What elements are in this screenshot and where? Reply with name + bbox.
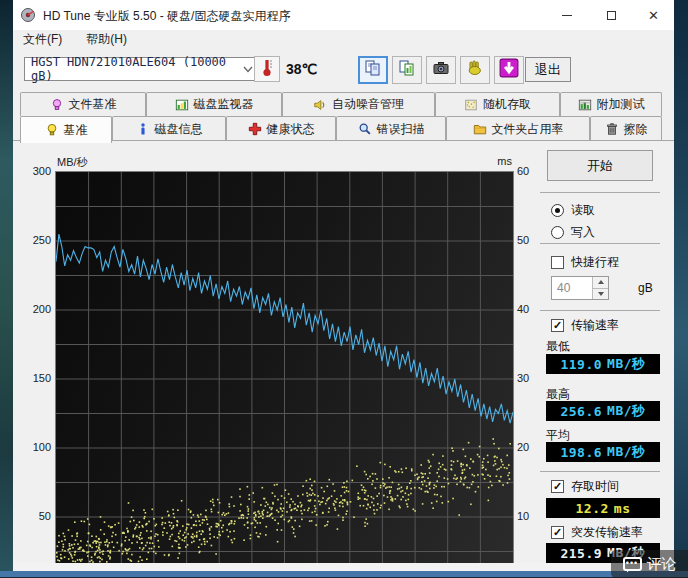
magnifier-icon [358, 122, 372, 136]
maximize-button[interactable] [589, 0, 633, 30]
divider [540, 192, 660, 193]
avg-value: 198.6 [560, 445, 602, 460]
menu-help[interactable]: 帮助(H) [83, 30, 130, 49]
tab-label: 基准 [64, 122, 88, 139]
bulb-purple-icon [50, 98, 64, 112]
tab-row-bottom: 基准 磁盘信息 健康状态 错误扫描 文件夹占用率 擦除 [20, 116, 662, 141]
download-arrow-icon [499, 58, 519, 82]
screenshot-button[interactable] [426, 56, 456, 84]
tab-folder-usage[interactable]: 文件夹占用率 [446, 116, 590, 141]
access-time-checkbox[interactable]: ✓ [551, 480, 564, 493]
radio-dot [555, 208, 560, 213]
burst-rate-checkbox[interactable]: ✓ [551, 526, 564, 539]
camera-icon [432, 59, 450, 81]
menu-file[interactable]: 文件(F) [20, 30, 65, 49]
tab-error-scan[interactable]: 错误扫描 [336, 116, 446, 141]
start-button[interactable]: 开始 [547, 150, 653, 181]
comment-overlay-button[interactable]: ••• 评论 [611, 550, 688, 578]
spin-down-button[interactable] [593, 288, 608, 300]
comment-label: 评论 [647, 555, 677, 574]
right-axis-title: ms [480, 155, 512, 167]
tab-label: 错误扫描 [377, 121, 425, 138]
access-time-readout: 12.2 ms [546, 498, 660, 518]
copy-results-button[interactable] [358, 56, 388, 84]
temperature-button[interactable] [254, 56, 280, 82]
tab-aam[interactable]: 自动噪音管理 [282, 92, 435, 116]
tab-label: 文件夹占用率 [492, 121, 564, 138]
tab-random-access[interactable]: 随机存取 [435, 92, 560, 116]
temperature-value: 38℃ [286, 61, 317, 77]
red-cross-icon [248, 122, 262, 136]
tab-label: 文件基准 [69, 96, 117, 113]
short-stroke-spinner [551, 276, 609, 300]
left-tick: 150 [15, 371, 51, 385]
access-time-unit: ms [614, 501, 631, 516]
spin-up-button[interactable] [593, 277, 608, 288]
min-label: 最低 [546, 338, 570, 355]
menubar: 文件(F) 帮助(H) [13, 30, 674, 48]
tab-file-benchmark[interactable]: 文件基准 [20, 92, 146, 116]
left-tick: 50 [15, 509, 51, 523]
tab-health[interactable]: 健康状态 [226, 116, 336, 141]
bulb-yellow-icon [45, 123, 59, 137]
right-tick: 40 [517, 302, 547, 316]
left-tick: 100 [15, 440, 51, 454]
max-readout: 256.6 MB/秒 [546, 401, 660, 421]
tab-label: 磁盘信息 [155, 121, 203, 138]
tab-disk-info[interactable]: 磁盘信息 [112, 116, 226, 141]
close-icon: ✕ [648, 9, 659, 22]
right-tick: 20 [517, 440, 547, 454]
access-time-label: 存取时间 [571, 478, 619, 495]
short-stroke-row[interactable]: 快捷行程 [551, 254, 619, 271]
trash-icon [605, 122, 619, 136]
burst-rate-row[interactable]: ✓ 突发传输速率 [551, 524, 643, 541]
short-stroke-unit: gB [638, 281, 653, 295]
right-tick: 10 [517, 509, 547, 523]
hand-button[interactable] [460, 56, 490, 84]
screen: HD Tune 专业版 5.50 - 硬盘/固态硬盘实用程序 ✕ 文件(F) 帮… [0, 0, 688, 578]
divider [13, 140, 674, 141]
tab-extra-tests[interactable]: 附加测试 [560, 92, 662, 116]
short-stroke-checkbox[interactable] [551, 256, 564, 269]
app-icon [20, 7, 36, 23]
copy-image-button[interactable] [392, 56, 422, 84]
spinner-buttons [592, 277, 608, 299]
exit-button[interactable]: 退出 [525, 57, 571, 82]
close-button[interactable]: ✕ [633, 0, 674, 30]
transfer-rate-checkbox[interactable]: ✓ [551, 319, 564, 332]
minimize-button[interactable] [545, 0, 589, 30]
left-tick: 300 [15, 164, 51, 178]
left-tick: 250 [15, 233, 51, 247]
copy-image-icon [398, 59, 416, 81]
arrow-down-icon [598, 292, 604, 296]
download-button[interactable] [494, 56, 524, 84]
divider [540, 310, 660, 311]
divider [540, 243, 660, 244]
right-tick: 50 [517, 233, 547, 247]
tab-erase[interactable]: 擦除 [590, 116, 662, 141]
copy-icon [364, 59, 382, 81]
tab-benchmark[interactable]: 基准 [20, 116, 112, 143]
short-stroke-input[interactable] [552, 277, 592, 299]
window-bottom-strip [13, 563, 674, 571]
chevron-down-icon [243, 62, 253, 76]
exit-label: 退出 [535, 61, 561, 79]
read-radio[interactable] [551, 204, 564, 217]
access-time-row[interactable]: ✓ 存取时间 [551, 478, 619, 495]
hdtune-window: HD Tune 专业版 5.50 - 硬盘/固态硬盘实用程序 ✕ 文件(F) 帮… [13, 0, 674, 578]
desktop-background-left [0, 0, 13, 578]
maximize-icon [607, 11, 616, 20]
read-radio-row[interactable]: 读取 [551, 202, 595, 219]
comment-bubble-icon: ••• [623, 557, 642, 571]
tab-row-top: 文件基准 磁盘监视器 自动噪音管理 随机存取 附加测试 [20, 92, 662, 116]
arrow-up-icon [598, 280, 604, 284]
min-value: 119.0 [560, 357, 602, 372]
transfer-rate-row[interactable]: ✓ 传输速率 [551, 317, 619, 334]
burst-rate-label: 突发传输速率 [571, 524, 643, 541]
tab-disk-monitor[interactable]: 磁盘监视器 [146, 92, 282, 116]
drive-select[interactable]: HGST HDN721010ALE604 (10000 gB) [24, 57, 260, 81]
write-radio-row[interactable]: 写入 [551, 224, 595, 241]
avg-readout: 198.6 MB/秒 [546, 442, 660, 462]
write-radio[interactable] [551, 226, 564, 239]
right-tick: 60 [517, 164, 547, 178]
